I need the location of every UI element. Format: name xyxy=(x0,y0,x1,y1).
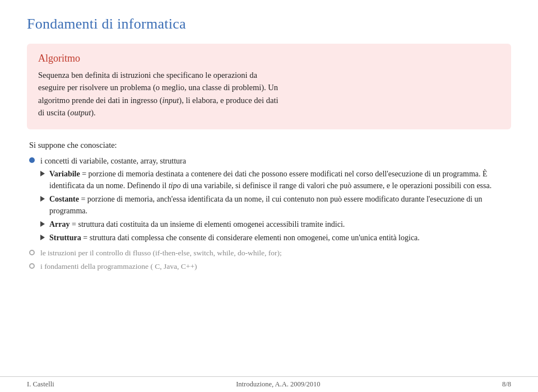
algorithm-box-text: Sequenza ben definita di istruzioni che … xyxy=(38,69,500,119)
arrow-icon-4 xyxy=(40,235,45,240)
algo-line2: eseguire per risolvere un problema (o me… xyxy=(38,83,278,92)
istruzioni-text: le istruzioni per il controllo di flusso… xyxy=(40,248,282,259)
algorithm-box: Algoritmo Sequenza ben definita di istru… xyxy=(27,44,511,129)
suppone-intro: Si suppone che conosciate: xyxy=(29,139,511,152)
struttura-rest: = struttura dati complessa che consente … xyxy=(83,234,420,242)
struttura-text: Struttura = struttura dati complessa che… xyxy=(49,232,420,244)
algo-line3b: ), li elabora, e produce dei dati xyxy=(179,96,278,105)
section-body: Si suppone che conosciate: i concetti di… xyxy=(27,139,511,272)
sub-list-variabile: Variabile = porzione di memoria destinat… xyxy=(40,168,511,244)
arrow-icon-1 xyxy=(40,171,45,176)
fondamenti-text: i fondamenti della programmazione ( C, J… xyxy=(40,261,197,272)
footer-center: Introduzione, A.A. 2009/2010 xyxy=(236,380,320,389)
costante-bold: Costante xyxy=(49,195,79,203)
algo-line3: algoritmo prende dei dati in ingresso ( xyxy=(38,96,162,105)
footer: I. Castelli Introduzione, A.A. 2009/2010… xyxy=(0,376,538,392)
sub-item-struttura: Struttura = struttura dati complessa che… xyxy=(40,232,511,244)
list-item-istruzioni: le istruzioni per il controllo di flusso… xyxy=(29,248,511,259)
circle-bullet-light-1 xyxy=(29,250,35,255)
algo-line4: di uscita ( xyxy=(38,108,70,117)
list-item-concetti: i concetti di variabile, costante, array… xyxy=(29,155,511,245)
main-content: Fondamenti di informatica Algoritmo Sequ… xyxy=(0,0,538,376)
page-title: Fondamenti di informatica xyxy=(27,16,511,32)
algo-line4b: ). xyxy=(91,108,95,117)
costante-text: Costante = porzione di memoria, anch'ess… xyxy=(49,193,511,217)
variabile-rest2: di una variabile, si definisce il range … xyxy=(180,181,491,190)
concetti-content: i concetti di variabile, costante, array… xyxy=(40,155,511,245)
algorithm-box-title: Algoritmo xyxy=(38,53,500,64)
array-rest: = struttura dati costituita da un insiem… xyxy=(72,220,345,228)
algo-input: input xyxy=(162,96,179,105)
circle-bullet-1 xyxy=(29,157,35,163)
costante-rest: = porzione di memoria, anch'essa identif… xyxy=(49,195,483,215)
footer-left: I. Castelli xyxy=(27,380,54,389)
circle-bullet-light-2 xyxy=(29,263,35,269)
sub-item-variabile: Variabile = porzione di memoria destinat… xyxy=(40,168,511,192)
algo-line1: Sequenza ben definita di istruzioni che … xyxy=(38,71,257,80)
variabile-bold: Variabile xyxy=(49,170,80,178)
concetti-text: i concetti di variabile, costante, array… xyxy=(40,157,186,165)
array-bold: Array xyxy=(49,220,70,228)
arrow-icon-3 xyxy=(40,221,45,227)
sub-item-array: Array = struttura dati costituita da un … xyxy=(40,218,511,230)
footer-right: 8/8 xyxy=(502,380,511,389)
list-item-fondamenti: i fondamenti della programmazione ( C, J… xyxy=(29,261,511,272)
struttura-bold: Struttura xyxy=(49,234,81,242)
algo-output: output xyxy=(70,108,91,117)
main-bullet-list: i concetti di variabile, costante, array… xyxy=(29,155,511,273)
array-text: Array = struttura dati costituita da un … xyxy=(49,218,345,230)
arrow-icon-2 xyxy=(40,196,45,202)
variabile-text: Variabile = porzione di memoria destinat… xyxy=(49,168,511,192)
sub-item-costante: Costante = porzione di memoria, anch'ess… xyxy=(40,193,511,217)
tipo-italic: tipo xyxy=(169,181,181,190)
